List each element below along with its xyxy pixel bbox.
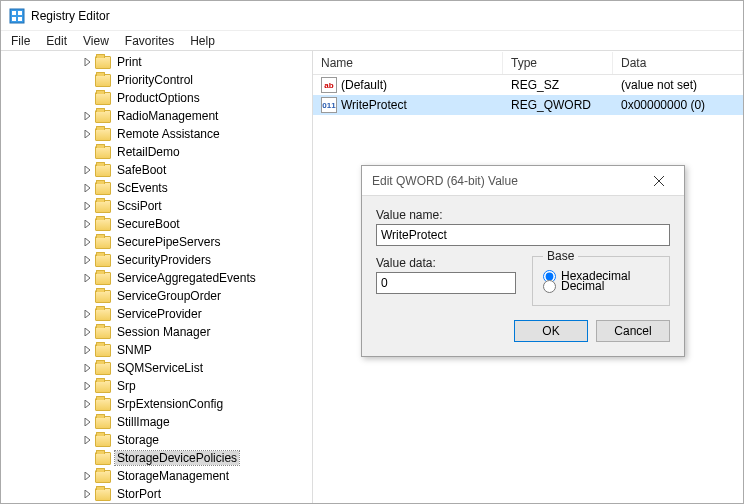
tree-item[interactable]: SNMP — [81, 341, 312, 359]
cancel-button[interactable]: Cancel — [596, 320, 670, 342]
menu-edit[interactable]: Edit — [38, 32, 75, 50]
expand-icon[interactable] — [81, 451, 95, 465]
expand-icon[interactable] — [81, 271, 95, 285]
tree-item[interactable]: SecurityProviders — [81, 251, 312, 269]
tree-label: RetailDemo — [115, 145, 182, 159]
tree-item[interactable]: Session Manager — [81, 323, 312, 341]
tree-item[interactable]: SrpExtensionConfig — [81, 395, 312, 413]
window-title: Registry Editor — [31, 9, 110, 23]
value-data: 0x00000000 (0) — [613, 96, 743, 114]
expand-icon[interactable] — [81, 163, 95, 177]
tree-item[interactable]: ServiceProvider — [81, 305, 312, 323]
tree-item[interactable]: ServiceAggregatedEvents — [81, 269, 312, 287]
menu-file[interactable]: File — [3, 32, 38, 50]
value-data-label: Value data: — [376, 256, 516, 270]
col-data[interactable]: Data — [613, 52, 743, 74]
folder-icon — [95, 290, 111, 303]
col-name[interactable]: Name — [313, 52, 503, 74]
expand-icon[interactable] — [81, 127, 95, 141]
tree-item[interactable]: StillImage — [81, 413, 312, 431]
tree-item[interactable]: PriorityControl — [81, 71, 312, 89]
expand-icon[interactable] — [81, 145, 95, 159]
value-data-input[interactable] — [376, 272, 516, 294]
tree-view[interactable]: PrintPriorityControlProductOptionsRadioM… — [1, 51, 313, 503]
expand-icon[interactable] — [81, 343, 95, 357]
ok-button[interactable]: OK — [514, 320, 588, 342]
tree-item[interactable]: Print — [81, 53, 312, 71]
tree-item[interactable]: ServiceGroupOrder — [81, 287, 312, 305]
tree-item[interactable]: RetailDemo — [81, 143, 312, 161]
tree-item[interactable]: SQMServiceList — [81, 359, 312, 377]
tree-item[interactable]: ScsiPort — [81, 197, 312, 215]
expand-icon[interactable] — [81, 415, 95, 429]
list-row[interactable]: ab(Default)REG_SZ(value not set) — [313, 75, 743, 95]
tree-label: Session Manager — [115, 325, 212, 339]
tree-item[interactable]: Srp — [81, 377, 312, 395]
tree-item[interactable]: StorPort — [81, 485, 312, 503]
title-bar: Registry Editor — [1, 1, 743, 31]
menu-view[interactable]: View — [75, 32, 117, 50]
menu-bar: File Edit View Favorites Help — [1, 31, 743, 51]
edit-value-dialog: Edit QWORD (64-bit) Value Value name: Va… — [361, 165, 685, 357]
expand-icon[interactable] — [81, 307, 95, 321]
expand-icon[interactable] — [81, 253, 95, 267]
value-name-label: Value name: — [376, 208, 670, 222]
expand-icon[interactable] — [81, 361, 95, 375]
expand-icon[interactable] — [81, 235, 95, 249]
value-name-input[interactable] — [376, 224, 670, 246]
menu-help[interactable]: Help — [182, 32, 223, 50]
folder-icon — [95, 434, 111, 447]
tree-item[interactable]: Storage — [81, 431, 312, 449]
tree-label: ServiceProvider — [115, 307, 204, 321]
list-row[interactable]: 011WriteProtectREG_QWORD0x00000000 (0) — [313, 95, 743, 115]
folder-icon — [95, 398, 111, 411]
svg-rect-3 — [12, 17, 16, 21]
tree-item[interactable]: StorageDevicePolicies — [81, 449, 312, 467]
folder-icon — [95, 218, 111, 231]
expand-icon[interactable] — [81, 325, 95, 339]
value-type: REG_QWORD — [503, 96, 613, 114]
tree-label: SrpExtensionConfig — [115, 397, 225, 411]
expand-icon[interactable] — [81, 109, 95, 123]
expand-icon[interactable] — [81, 55, 95, 69]
expand-icon[interactable] — [81, 91, 95, 105]
tree-item[interactable]: SafeBoot — [81, 161, 312, 179]
expand-icon[interactable] — [81, 433, 95, 447]
tree-label: ScsiPort — [115, 199, 164, 213]
expand-icon[interactable] — [81, 469, 95, 483]
expand-icon[interactable] — [81, 289, 95, 303]
tree-label: StorPort — [115, 487, 163, 501]
expand-icon[interactable] — [81, 397, 95, 411]
base-legend: Base — [543, 249, 578, 263]
value-type: REG_SZ — [503, 76, 613, 94]
values-pane: Name Type Data ab(Default)REG_SZ(value n… — [313, 51, 743, 503]
tree-label: ScEvents — [115, 181, 170, 195]
svg-rect-2 — [18, 11, 22, 15]
tree-item[interactable]: RadioManagement — [81, 107, 312, 125]
tree-item[interactable]: SecureBoot — [81, 215, 312, 233]
tree-item[interactable]: Remote Assistance — [81, 125, 312, 143]
dialog-title-bar: Edit QWORD (64-bit) Value — [362, 166, 684, 196]
expand-icon[interactable] — [81, 217, 95, 231]
dialog-title: Edit QWORD (64-bit) Value — [372, 174, 518, 188]
expand-icon[interactable] — [81, 487, 95, 501]
menu-favorites[interactable]: Favorites — [117, 32, 182, 50]
close-icon[interactable] — [644, 171, 674, 191]
col-type[interactable]: Type — [503, 52, 613, 74]
tree-item[interactable]: ScEvents — [81, 179, 312, 197]
folder-icon — [95, 110, 111, 123]
tree-item[interactable]: StorageManagement — [81, 467, 312, 485]
folder-icon — [95, 380, 111, 393]
svg-rect-1 — [12, 11, 16, 15]
folder-icon — [95, 74, 111, 87]
expand-icon[interactable] — [81, 73, 95, 87]
dec-radio[interactable] — [543, 280, 556, 293]
tree-item[interactable]: ProductOptions — [81, 89, 312, 107]
tree-label: Storage — [115, 433, 161, 447]
folder-icon — [95, 488, 111, 501]
tree-label: SafeBoot — [115, 163, 168, 177]
expand-icon[interactable] — [81, 379, 95, 393]
tree-item[interactable]: SecurePipeServers — [81, 233, 312, 251]
expand-icon[interactable] — [81, 199, 95, 213]
expand-icon[interactable] — [81, 181, 95, 195]
